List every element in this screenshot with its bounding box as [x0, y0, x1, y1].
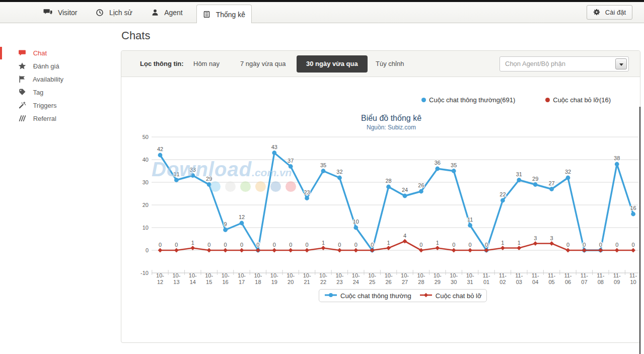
sidebar-item-availability[interactable]: Availability — [0, 73, 121, 86]
y-axis-label: 30 — [142, 179, 149, 185]
data-point-marker[interactable] — [419, 189, 423, 194]
data-point-marker[interactable] — [517, 246, 521, 250]
sidebar-item-tag[interactable]: Tag — [0, 86, 121, 99]
tab-visitor[interactable]: Visitor — [43, 2, 78, 23]
data-point-marker[interactable] — [272, 151, 276, 155]
data-point-marker[interactable] — [321, 246, 326, 250]
data-point-marker[interactable] — [305, 196, 309, 200]
data-point-marker[interactable] — [272, 248, 276, 253]
data-point-marker[interactable] — [337, 248, 342, 253]
data-point-marker[interactable] — [207, 248, 211, 253]
data-point-marker[interactable] — [566, 248, 570, 253]
bottom-legend-item-missed[interactable]: Cuộc chat bỏ lỡ — [419, 292, 482, 300]
data-label: 24 — [402, 187, 408, 193]
data-label: 31 — [516, 171, 522, 177]
x-axis-label: 10-20 — [287, 272, 295, 285]
data-point-marker[interactable] — [615, 162, 619, 167]
data-point-marker[interactable] — [517, 178, 521, 182]
filter-option-30-days-active[interactable]: 30 ngày vừa qua — [297, 55, 368, 73]
data-point-marker[interactable] — [468, 248, 472, 253]
data-point-marker[interactable] — [435, 167, 440, 171]
bottom-legend-item-normal[interactable]: Cuộc chat thông thường — [324, 292, 411, 300]
bottom-legend-normal-label: Cuộc chat thông thường — [340, 292, 411, 300]
x-axis-label: 10-27 — [401, 272, 409, 285]
x-axis-label: 10-18 — [254, 272, 262, 285]
data-point-marker[interactable] — [223, 248, 228, 253]
data-point-marker[interactable] — [500, 246, 505, 250]
data-label: 35 — [320, 162, 326, 168]
data-point-marker[interactable] — [549, 187, 554, 191]
y-axis-label: 0 — [146, 247, 149, 253]
sidebar-item-referral[interactable]: Referral — [0, 112, 121, 125]
data-point-marker[interactable] — [289, 164, 293, 169]
data-point-marker[interactable] — [533, 182, 538, 187]
statistics-line-chart: Biểu đồ thống kêNguồn: Subiz.com50403020… — [121, 78, 640, 299]
flag-icon — [18, 75, 26, 83]
data-label: 43 — [271, 144, 277, 150]
data-point-marker[interactable] — [566, 176, 570, 180]
data-point-marker[interactable] — [533, 241, 538, 246]
sidebar-item-danh-gia[interactable]: Đánh giá — [0, 60, 121, 73]
data-point-marker[interactable] — [174, 248, 179, 253]
gear-icon — [593, 9, 600, 16]
filter-option-custom[interactable]: Tùy chỉnh — [376, 51, 404, 77]
star-icon — [18, 62, 26, 70]
data-point-marker[interactable] — [174, 178, 179, 182]
data-label: 29 — [532, 176, 538, 182]
data-point-marker[interactable] — [321, 169, 326, 173]
dropdown-button[interactable] — [615, 58, 627, 69]
data-label: 22 — [499, 191, 506, 197]
sidebar-item-danh-gia-label: Đánh giá — [33, 62, 59, 70]
data-point-marker[interactable] — [615, 248, 619, 253]
data-point-marker[interactable] — [386, 246, 391, 250]
x-axis-label: 11-02 — [499, 272, 507, 285]
data-point-marker[interactable] — [305, 248, 309, 253]
chart-subtitle: Nguồn: Subiz.com — [367, 124, 416, 131]
data-label: 0 — [371, 242, 374, 248]
data-point-marker[interactable] — [337, 176, 342, 180]
filter-bar: Lọc thông tin: Hôm nay 7 ngày vừa qua 30… — [121, 51, 640, 77]
data-point-marker[interactable] — [500, 198, 505, 203]
filter-label: Lọc thông tin: — [140, 51, 184, 77]
data-point-marker[interactable] — [207, 182, 211, 187]
data-point-marker[interactable] — [468, 223, 472, 228]
filter-option-7-days[interactable]: 7 ngày vừa qua — [240, 51, 285, 77]
data-point-marker[interactable] — [240, 248, 244, 253]
tab-thong-ke[interactable]: Thống kê — [196, 5, 252, 23]
report-icon — [203, 11, 210, 18]
data-point-marker[interactable] — [353, 248, 358, 253]
tab-agent[interactable]: Agent — [151, 2, 183, 23]
sidebar-item-triggers[interactable]: Triggers — [0, 99, 121, 112]
data-point-marker[interactable] — [452, 169, 456, 173]
data-point-marker[interactable] — [631, 212, 635, 217]
data-point-marker[interactable] — [289, 248, 293, 253]
data-point-marker[interactable] — [631, 248, 635, 253]
agent-department-dropdown[interactable]: Chọn Agent/Bộ phận — [499, 56, 629, 72]
data-label: 0 — [583, 242, 586, 248]
data-point-marker[interactable] — [223, 228, 228, 232]
filter-option-today[interactable]: Hôm nay — [193, 51, 220, 77]
data-point-marker[interactable] — [158, 153, 163, 158]
data-label: 32 — [565, 169, 571, 175]
data-label: 0 — [224, 242, 227, 248]
data-point-marker[interactable] — [240, 221, 244, 226]
data-point-marker[interactable] — [190, 246, 195, 250]
data-point-marker[interactable] — [549, 241, 554, 246]
data-point-marker[interactable] — [435, 246, 440, 250]
x-axis-label: 10-28 — [417, 272, 425, 285]
data-point-marker[interactable] — [452, 248, 456, 253]
data-point-marker[interactable] — [403, 194, 407, 198]
data-point-marker[interactable] — [158, 248, 163, 253]
data-label: 31 — [173, 171, 179, 177]
settings-button[interactable]: Cài đặt — [587, 5, 632, 20]
top-navigation: Visitor Lịch sử Agent Thống kê — [0, 2, 644, 23]
data-point-marker[interactable] — [353, 226, 358, 230]
tab-lich-su[interactable]: Lịch sử — [96, 2, 132, 23]
data-point-marker[interactable] — [190, 173, 195, 178]
sidebar-item-chat[interactable]: Chat — [0, 47, 121, 60]
scrollbar[interactable] — [639, 107, 640, 354]
chevron-down-icon — [619, 63, 623, 66]
data-point-marker[interactable] — [386, 185, 391, 189]
x-axis-label: 10-14 — [189, 272, 197, 285]
sidebar-item-referral-label: Referral — [33, 115, 56, 122]
